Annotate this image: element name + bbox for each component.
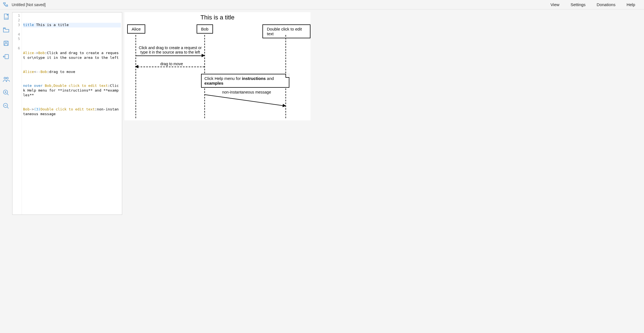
svg-rect-0 xyxy=(4,2,6,4)
participant-name: Bob xyxy=(23,107,29,111)
open-folder-icon[interactable] xyxy=(2,26,10,34)
participants-icon[interactable] xyxy=(2,75,10,83)
participant-name: Alice xyxy=(23,70,34,74)
arrowhead-icon xyxy=(135,65,138,68)
svg-rect-4 xyxy=(5,41,7,42)
menu-view[interactable]: View xyxy=(550,2,559,7)
note-fold-icon xyxy=(285,74,289,78)
diagram-title[interactable]: This is a title xyxy=(124,12,310,21)
line-gutter: 1 2 3 4 5 6 xyxy=(12,12,22,215)
arrow-line xyxy=(136,56,202,56)
keyword: note over xyxy=(23,84,42,88)
message-label[interactable]: non-instantaneous message xyxy=(219,90,274,94)
line-number: 2 xyxy=(12,18,20,23)
arrowhead-icon xyxy=(282,104,286,108)
arrow-text: -> xyxy=(29,107,34,111)
participant-name: Bob xyxy=(41,70,47,74)
top-menu: View Settings Donations Help xyxy=(550,2,641,7)
participant-name: Double click to edit text xyxy=(41,107,95,111)
zoom-out-icon[interactable] xyxy=(2,102,10,110)
message-label[interactable]: drag to move xyxy=(152,62,191,66)
code-area[interactable]: title This is a title Alice->Bob:Click a… xyxy=(22,12,122,215)
save-icon[interactable] xyxy=(2,39,10,47)
line-number: 5 xyxy=(12,37,20,46)
arrowhead-icon xyxy=(202,54,205,57)
number: (3) xyxy=(34,107,40,111)
participant-third[interactable]: Double click to edit text xyxy=(262,24,310,38)
arrow-line xyxy=(205,94,286,106)
menu-donations[interactable]: Donations xyxy=(597,2,616,7)
document-title: Untitled [Not saved] xyxy=(12,2,46,7)
svg-point-7 xyxy=(4,77,6,79)
participant-name: Alice xyxy=(23,51,34,55)
svg-rect-1 xyxy=(6,5,8,6)
menu-settings[interactable]: Settings xyxy=(570,2,585,7)
participant-name: Bob,Double click to edit text xyxy=(42,84,108,88)
svg-text:new: new xyxy=(5,17,8,19)
note-box[interactable]: Click Help menu for instructions and exa… xyxy=(201,74,289,88)
line-number: 1 xyxy=(12,13,20,18)
line-number: 4 xyxy=(12,32,20,37)
svg-point-8 xyxy=(6,77,8,79)
tool-sidebar: new xyxy=(0,9,12,333)
svg-rect-6 xyxy=(5,54,9,59)
new-file-icon[interactable]: new xyxy=(2,13,10,21)
code-text: This is a title xyxy=(34,23,69,27)
lifeline-alice xyxy=(136,35,136,118)
menu-help[interactable]: Help xyxy=(627,2,635,7)
arrow-text: <-- xyxy=(34,70,40,74)
source-editor[interactable]: 1 2 3 4 5 6 title This is a title Alice-… xyxy=(12,12,122,215)
svg-rect-5 xyxy=(5,44,7,46)
line-number: 6 xyxy=(12,46,20,56)
arrow-line-dashed xyxy=(138,67,204,67)
keyword: title xyxy=(23,23,34,27)
export-icon[interactable] xyxy=(2,53,10,60)
participant-alice[interactable]: Alice xyxy=(127,24,145,34)
top-bar: Untitled [Not saved] View Settings Donat… xyxy=(0,0,644,9)
zoom-in-icon[interactable] xyxy=(2,89,10,97)
code-text: :drag to move xyxy=(47,70,75,74)
sequence-diagram[interactable]: This is a title Alice Bob Double click t… xyxy=(124,12,310,120)
participant-bob[interactable]: Bob xyxy=(197,24,213,34)
app-logo-icon xyxy=(2,1,9,8)
message-label[interactable]: Click and drag to create a request or ty… xyxy=(138,46,202,54)
line-number: 3 xyxy=(12,23,20,32)
arrow-text: -> xyxy=(34,51,38,55)
participant-name: Bob xyxy=(38,51,45,55)
